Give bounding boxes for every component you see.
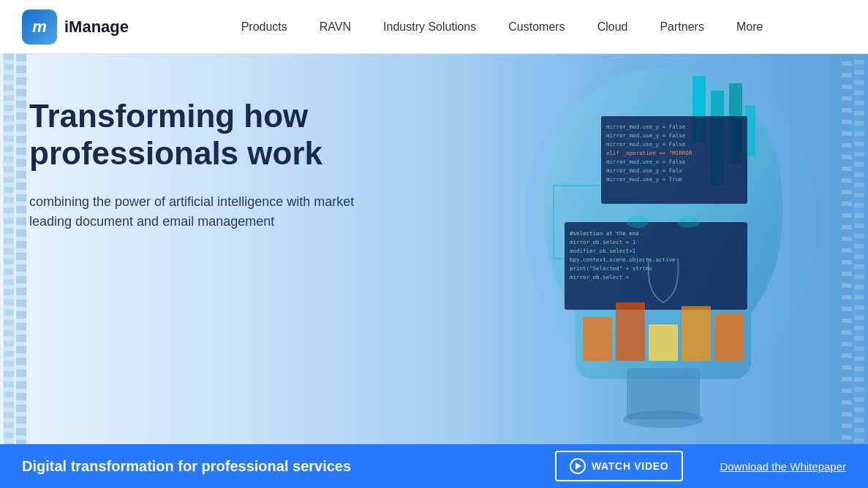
svg-text:mirror_mod.use_y = False: mirror_mod.use_y = False bbox=[606, 141, 686, 148]
header: m iManage Products RAVN Industry Solutio… bbox=[0, 0, 868, 54]
svg-text:#selection at the end: #selection at the end bbox=[570, 230, 639, 237]
hero-subtitle: combining the power of artificial intell… bbox=[29, 192, 366, 232]
svg-point-34 bbox=[678, 216, 700, 228]
svg-rect-28 bbox=[583, 317, 612, 361]
rack-decoration-right-1 bbox=[854, 54, 864, 444]
svg-text:mirror_ob.select =: mirror_ob.select = bbox=[570, 274, 630, 281]
svg-text:modifier_ob.select=1: modifier_ob.select=1 bbox=[570, 248, 635, 254]
svg-text:mirror_mod.use_x = False: mirror_mod.use_x = False bbox=[606, 159, 686, 165]
logo-icon: m bbox=[22, 9, 57, 45]
play-circle-icon bbox=[570, 458, 586, 474]
svg-text:elif _operation == "MIRROR: elif _operation == "MIRROR bbox=[606, 150, 692, 156]
svg-text:print("Selected" + str(mo: print("Selected" + str(mo bbox=[570, 265, 652, 272]
svg-point-33 bbox=[627, 216, 649, 228]
svg-text:mirror_mod.use_y = False: mirror_mod.use_y = False bbox=[606, 123, 686, 130]
hero-section: mirror_mod.use_y = False mirror_mod.use_… bbox=[0, 54, 868, 444]
svg-point-5 bbox=[623, 411, 703, 428]
nav-item-partners[interactable]: Partners bbox=[644, 13, 720, 41]
logo-area[interactable]: m iManage bbox=[22, 9, 129, 45]
nav-item-industry[interactable]: Industry Solutions bbox=[367, 13, 492, 41]
nav-item-more[interactable]: More bbox=[720, 13, 779, 41]
nav-item-customers[interactable]: Customers bbox=[492, 13, 581, 41]
svg-rect-29 bbox=[616, 302, 645, 361]
rack-decoration-left-1 bbox=[4, 54, 14, 444]
bottom-bar-text: Digital transformation for professional … bbox=[22, 458, 540, 475]
play-triangle-icon bbox=[575, 462, 581, 470]
logo-text: iManage bbox=[64, 18, 129, 37]
svg-rect-31 bbox=[682, 306, 711, 361]
svg-rect-30 bbox=[649, 324, 678, 361]
svg-text:bpy.context.scene.objects.acti: bpy.context.scene.objects.active bbox=[570, 256, 676, 263]
hero-text-block: Transforming how professionals work comb… bbox=[29, 98, 410, 232]
hero-title: Transforming how professionals work bbox=[29, 98, 410, 172]
nav-item-products[interactable]: Products bbox=[225, 13, 303, 41]
bottom-bar: Digital transformation for professional … bbox=[0, 444, 868, 488]
nav-item-ravn[interactable]: RAVN bbox=[303, 13, 367, 41]
download-whitepaper-link[interactable]: Download the Whitepaper bbox=[720, 460, 846, 473]
watch-video-label: WATCH VIDEO bbox=[592, 460, 668, 472]
watch-video-button[interactable]: WATCH VIDEO bbox=[555, 451, 683, 481]
svg-text:mirror_mod.use_y = True: mirror_mod.use_y = True bbox=[606, 176, 682, 183]
rack-decoration-left-2 bbox=[16, 54, 26, 444]
nav-item-cloud[interactable]: Cloud bbox=[581, 13, 644, 41]
svg-text:mirror_ob.select = 1: mirror_ob.select = 1 bbox=[570, 239, 635, 245]
ai-head-image: mirror_mod.use_y = False mirror_mod.use_… bbox=[480, 54, 846, 434]
svg-text:mirror_mod.use_y = Fals: mirror_mod.use_y = Fals bbox=[606, 167, 682, 174]
main-nav: Products RAVN Industry Solutions Custome… bbox=[158, 13, 846, 41]
svg-rect-32 bbox=[714, 313, 744, 361]
logo-letter: m bbox=[32, 18, 47, 37]
svg-text:mirror_mod.use_y = False: mirror_mod.use_y = False bbox=[606, 132, 686, 139]
